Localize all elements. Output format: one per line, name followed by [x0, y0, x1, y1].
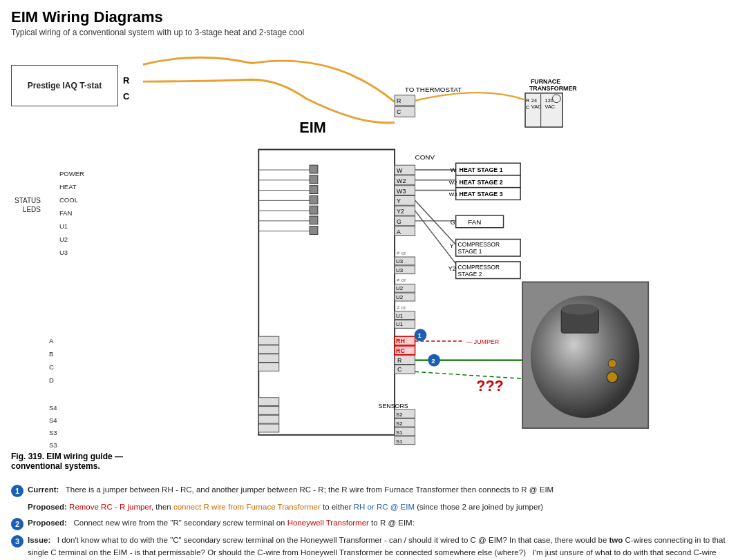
- svg-rect-59: [310, 216, 318, 224]
- svg-text:STAGE 1: STAGE 1: [458, 248, 482, 255]
- svg-text:— JUMPER: — JUMPER: [466, 338, 499, 345]
- page-title: EIM Wiring Diagrams: [11, 8, 727, 26]
- svg-text:Y2: Y2: [448, 265, 456, 272]
- c-label: C: [123, 91, 129, 102]
- svg-text:VAC: VAC: [545, 104, 556, 110]
- annotation-2: 2 Proposed: Connect new wire from the "R…: [11, 517, 727, 530]
- signal-labels: POWER HEAT COOL FAN U1 U2 U3: [59, 167, 84, 259]
- annotation-1: 1 Current: There is a jumper between RH …: [11, 484, 727, 497]
- conv-terminals: W W2 W3 Y Y2 G: [395, 165, 415, 235]
- left-column: Prestige IAQ T-stat R C STATUSLEDS POWER…: [11, 44, 132, 474]
- svg-text:HEAT STAGE 3: HEAT STAGE 3: [460, 191, 503, 197]
- svg-text:U3: U3: [396, 267, 404, 273]
- svg-text:RC: RC: [396, 347, 405, 354]
- annotation-3-text: Issue: I don't know what to do with the …: [28, 534, 727, 560]
- sensor-terminals: S2 S2 S1 S1: [395, 409, 415, 444]
- svg-text:1: 1: [418, 331, 422, 339]
- transformer-screw-2: [608, 360, 616, 368]
- s-terminal-block: [258, 398, 279, 432]
- s-labels: S4 S4 S3 S3: [49, 402, 57, 452]
- eim-box: [258, 150, 395, 435]
- svg-rect-54: [310, 165, 318, 173]
- annotation-1-text: Current: There is a jumper between RH - …: [28, 484, 727, 496]
- circle-1: 1: [11, 485, 23, 497]
- svg-rect-55: [310, 175, 318, 184]
- subtitle: Typical wiring of a conventional system …: [11, 28, 727, 37]
- svg-rect-89: [258, 354, 279, 363]
- svg-text:U3: U3: [396, 258, 404, 264]
- y2-wire: [415, 211, 456, 264]
- svg-rect-88: [258, 345, 279, 354]
- annotations-section: 1 Current: There is a jumper between RH …: [11, 484, 727, 560]
- svg-rect-91: [258, 398, 279, 406]
- sensors-label: SENSORS: [378, 403, 408, 409]
- eim-label: EIM: [299, 119, 325, 136]
- svg-text:R: R: [397, 357, 401, 364]
- svg-text:≠ or: ≠ or: [397, 305, 406, 311]
- r-wire-orange: [143, 57, 395, 102]
- c-wire-orange: [143, 79, 395, 123]
- svg-text:C: C: [526, 104, 530, 110]
- annotation-3: 3 Issue: I don't know what to do with th…: [11, 534, 727, 560]
- rh-rc-block: RH RC R C: [395, 336, 415, 374]
- svg-text:COMPRESSOR: COMPRESSOR: [458, 264, 500, 271]
- conv-label: CONV: [415, 153, 435, 161]
- svg-text:C: C: [397, 108, 401, 115]
- svg-text:STAGE 2: STAGE 2: [458, 271, 482, 278]
- svg-text:G: G: [397, 218, 401, 225]
- annotation-1b-text: Proposed: Remove RC - R jumper, then con…: [28, 501, 727, 513]
- svg-rect-94: [258, 424, 279, 432]
- svg-rect-58: [310, 206, 318, 214]
- annotation-1b: Proposed: Remove RC - R jumper, then con…: [11, 501, 727, 513]
- svg-text:Y2: Y2: [397, 208, 404, 215]
- svg-text:W3: W3: [397, 188, 406, 195]
- circle-2: 2: [11, 518, 23, 530]
- svg-text:R: R: [526, 97, 529, 104]
- svg-text:S2: S2: [396, 421, 403, 427]
- diagram-area: Prestige IAQ T-stat R C STATUSLEDS POWER…: [11, 44, 727, 474]
- to-thermostat-label: TO THERMOSTAT: [405, 86, 462, 93]
- svg-text:U1: U1: [396, 313, 403, 319]
- svg-text:≠ or: ≠ or: [397, 250, 406, 256]
- page: EIM Wiring Diagrams Typical wiring of a …: [0, 0, 738, 560]
- status-leds-label: STATUSLEDS: [15, 196, 41, 214]
- svg-text:FURNACE: FURNACE: [531, 78, 560, 85]
- svg-text:W3: W3: [449, 191, 457, 197]
- svg-text:RH: RH: [396, 338, 405, 345]
- annotation-2-text: Proposed: Connect new wire from the "R" …: [28, 517, 727, 529]
- svg-text:S2: S2: [396, 412, 403, 418]
- abcd-terminal-block: [258, 336, 279, 371]
- svg-text:Y: Y: [450, 242, 454, 249]
- svg-text:≠ or: ≠ or: [397, 277, 406, 283]
- svg-text:G: G: [451, 219, 455, 226]
- eim-left-terminals: [258, 165, 318, 234]
- tstat-box: Prestige IAQ T-stat: [11, 65, 118, 106]
- svg-text:HEAT STAGE 1: HEAT STAGE 1: [460, 166, 503, 173]
- svg-text:W: W: [397, 167, 403, 174]
- question-marks: ???: [476, 377, 504, 394]
- svg-text:W2: W2: [397, 177, 406, 184]
- svg-text:R: R: [397, 97, 401, 104]
- svg-text:W2: W2: [449, 180, 457, 186]
- svg-text:U2: U2: [396, 285, 403, 291]
- u-terminals: ≠ or U3 U3 ≠ or U2 U2 ≠ or U1 U1: [395, 250, 415, 328]
- svg-rect-87: [258, 336, 279, 345]
- svg-rect-90: [258, 363, 279, 371]
- y-wire: [415, 200, 456, 244]
- center-column: EIM TO THERMOSTAT CONV R C W: [139, 44, 727, 474]
- abcd-labels: A B C D: [49, 334, 54, 387]
- svg-rect-92: [258, 407, 279, 415]
- svg-text:Y: Y: [397, 197, 401, 204]
- svg-text:U1: U1: [396, 321, 403, 327]
- svg-text:COMPRESSOR: COMPRESSOR: [458, 241, 500, 248]
- svg-text:U2: U2: [396, 294, 403, 300]
- fig-caption: Fig. 319. EIM wiring guide — conventiona…: [11, 452, 132, 471]
- svg-rect-56: [310, 186, 318, 194]
- wiring-diagram-svg: EIM TO THERMOSTAT CONV R C W: [139, 44, 657, 472]
- svg-text:2: 2: [431, 357, 435, 365]
- svg-text:TRANSFORMER: TRANSFORMER: [529, 85, 577, 92]
- svg-text:HEAT STAGE 2: HEAT STAGE 2: [460, 179, 503, 186]
- svg-text:S1: S1: [396, 429, 403, 436]
- svg-text:24: 24: [531, 97, 537, 104]
- svg-rect-60: [310, 226, 318, 235]
